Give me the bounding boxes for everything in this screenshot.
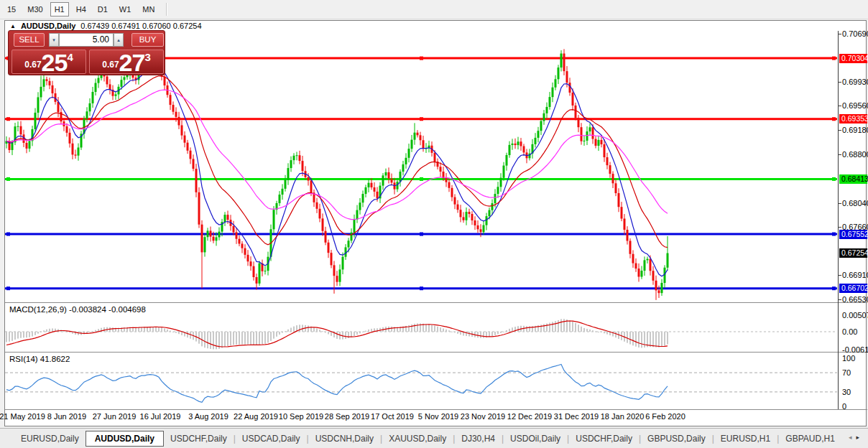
rsi-axis-label: 70 (842, 368, 868, 377)
tab-usdchf-daily[interactable]: USDCHF,Daily (569, 431, 639, 447)
tab-xauusd-daily[interactable]: XAUUSD,Daily (382, 431, 453, 447)
y-axis-label: 0.69180 (842, 126, 868, 134)
tab-usdcnh-daily[interactable]: USDCNH,Daily (309, 431, 380, 447)
line-handle[interactable] (832, 286, 836, 290)
timeframe-button-h4[interactable]: H4 (72, 2, 91, 17)
timeframe-button-d1[interactable]: D1 (93, 2, 112, 17)
sell-price-display[interactable]: 0.67 25 4 (11, 50, 86, 74)
volume-input[interactable]: 5.00 (59, 33, 114, 47)
rsi-line (6, 365, 668, 403)
panel-splitter[interactable] (5, 352, 867, 353)
timeframe-toolbar: 15M30H1H4D1W1MN (0, 0, 868, 19)
chart-symbol-title: AUDUSD,Daily (21, 22, 75, 30)
timeframe-button-m30[interactable]: M30 (23, 2, 47, 17)
volume-increase-button[interactable]: ▴ (114, 33, 124, 47)
moving-average-42 (6, 90, 668, 219)
price-line-label: 0.68413 (839, 174, 867, 184)
volume-decrease-button[interactable]: ▾ (49, 33, 59, 47)
timeframe-button-h1[interactable]: H1 (50, 2, 69, 17)
y-axis-tickmark (839, 82, 841, 83)
date-axis-label: 10 Sep 2019 (279, 412, 323, 421)
tab-scroll-arrows: ◂▸ (849, 434, 864, 441)
timeframe-button-15[interactable]: 15 (3, 2, 20, 17)
buy-price-display[interactable]: 0.67 27 3 (89, 50, 164, 74)
date-axis-label: 8 Jun 2019 (47, 412, 86, 421)
date-axis-label: 23 Nov 2019 (461, 412, 505, 421)
timeframe-button-mn[interactable]: MN (138, 2, 159, 17)
line-handle[interactable] (420, 233, 423, 236)
date-axis-label: 28 Sep 2019 (325, 412, 369, 421)
price-line-label: 0.69353 (839, 114, 867, 123)
rsi-axis-label: 100 (842, 354, 868, 363)
tab-dj30-h4[interactable]: DJ30,H4 (455, 431, 502, 447)
current-price-label: 0.67254 (839, 248, 867, 258)
rsi-indicator-chart (5, 353, 837, 409)
line-handle[interactable] (832, 177, 836, 181)
sell-button[interactable]: SELL (14, 33, 45, 47)
macd-axis-label: 0.005076 (842, 311, 868, 319)
line-handle[interactable] (832, 117, 836, 121)
date-axis-label: 31 Dec 2019 (554, 412, 599, 421)
rsi-label: RSI(14) 41.8622 (9, 355, 70, 363)
line-handle[interactable] (832, 57, 836, 60)
y-axis-label: 0.70690 (842, 29, 868, 38)
line-handle[interactable] (420, 177, 423, 181)
line-handle[interactable] (6, 233, 10, 236)
buy-price-sup: 3 (144, 50, 150, 63)
tab-scroll-right-icon[interactable]: ▸ (856, 434, 864, 441)
tab-gbpusd-daily[interactable]: GBPUSD,Daily (641, 431, 712, 447)
date-axis-label: 18 Jan 2020 (601, 412, 645, 421)
tab-audusd-daily[interactable]: AUDUSD,Daily (86, 431, 164, 447)
y-axis-label: 0.66530 (842, 295, 868, 304)
line-handle[interactable] (6, 117, 10, 121)
tab-gbpaud-h1[interactable]: GBPAUD,H1 (779, 431, 841, 447)
timeframe-button-w1[interactable]: W1 (115, 2, 136, 17)
line-handle[interactable] (832, 233, 836, 236)
date-axis-label: 17 Oct 2019 (371, 412, 414, 421)
y-axis-tickmark (839, 299, 841, 300)
macd-axis-label: 0.00 (842, 327, 868, 336)
price-axis-border (838, 31, 839, 409)
y-axis-tickmark (839, 275, 841, 276)
price-line-label: 0.70304 (839, 54, 867, 63)
y-axis-label: 0.69560 (842, 101, 868, 110)
date-axis-label: 5 Nov 2019 (418, 412, 458, 421)
collapse-chart-icon[interactable]: ▲ (10, 23, 16, 29)
toolbar-separator (166, 3, 167, 16)
tab-usdchf-daily[interactable]: USDCHF,Daily (164, 431, 234, 447)
date-axis-label: 3 Aug 2019 (188, 412, 228, 421)
buy-price-big: 27 (119, 52, 145, 73)
line-handle[interactable] (6, 286, 10, 290)
sell-price-prefix: 0.67 (24, 60, 41, 73)
chart-tab-bar: EURUSD,DailyAUDUSD,DailyUSDCHF,Daily|USD… (0, 428, 868, 448)
line-handle[interactable] (420, 286, 423, 290)
line-handle[interactable] (420, 57, 423, 60)
y-axis-label: 0.66910 (842, 271, 868, 279)
rsi-axis-label: 30 (842, 388, 868, 396)
one-click-trading-widget: SELL ▾ 5.00 ▴ BUY 0.67 25 4 0.67 27 3 (8, 30, 165, 75)
date-axis-label: 12 Dec 2019 (507, 412, 552, 421)
tab-usdcad-daily[interactable]: USDCAD,Daily (236, 431, 307, 447)
moving-average-20 (6, 76, 668, 248)
tab-scroll-left-icon[interactable]: ◂ (849, 434, 857, 441)
rsi-axis-label: 0 (842, 402, 868, 411)
tab-usdoil-daily[interactable]: USDOil,Daily (504, 431, 567, 447)
date-axis-label: 21 May 2019 (0, 412, 45, 421)
panel-splitter[interactable] (5, 302, 867, 303)
buy-button[interactable]: BUY (131, 33, 164, 47)
y-axis-label: 0.68040 (842, 199, 868, 207)
y-axis-tickmark (839, 203, 841, 204)
tab-eurusd-h1[interactable]: EURUSD,H1 (714, 431, 777, 447)
date-axis-label: 27 Jun 2019 (93, 412, 137, 421)
sell-price-big: 25 (42, 52, 68, 73)
tab-eurusd-daily[interactable]: EURUSD,Daily (14, 431, 86, 447)
price-line-label: 0.67552 (839, 230, 867, 239)
date-axis-label: 6 Feb 2020 (645, 412, 685, 421)
date-axis-label: 16 Jul 2019 (140, 412, 181, 421)
line-handle[interactable] (6, 177, 10, 181)
macd-label: MACD(12,26,9) -0.003824 -0.004698 (9, 305, 146, 314)
macd-axis-label: -0.00614 (842, 345, 868, 354)
y-axis-tickmark (839, 227, 841, 228)
line-handle[interactable] (420, 117, 423, 121)
y-axis-tickmark (839, 106, 841, 106)
